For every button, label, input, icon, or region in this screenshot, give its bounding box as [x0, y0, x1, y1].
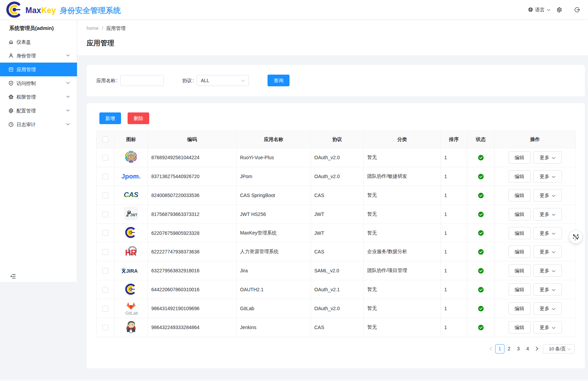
- svg-text:CAS: CAS: [124, 191, 139, 198]
- svg-text:JIRA: JIRA: [126, 268, 138, 274]
- svg-text:JWT: JWT: [130, 213, 138, 217]
- svg-text:GitLab: GitLab: [126, 311, 138, 316]
- svg-text:HR: HR: [125, 248, 137, 256]
